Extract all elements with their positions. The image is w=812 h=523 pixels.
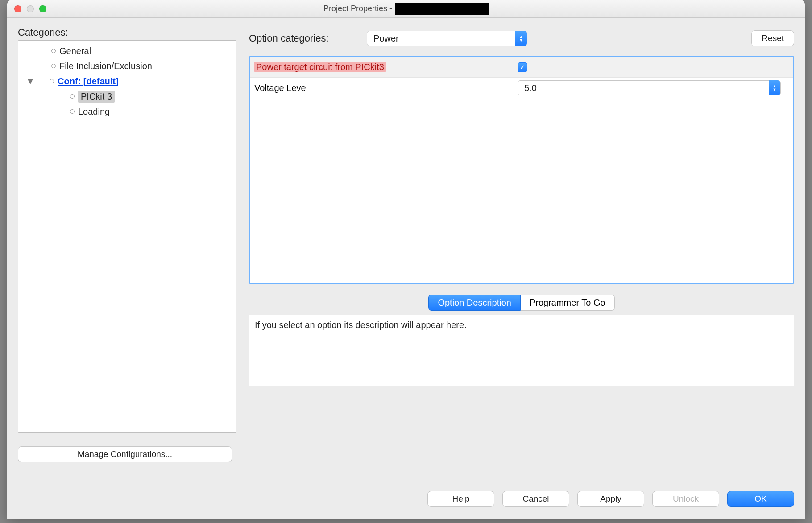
- categories-label: Categories:: [18, 27, 236, 38]
- bullet-icon: [70, 94, 75, 99]
- updown-icon: ▲▼: [769, 80, 780, 95]
- voltage-level-select[interactable]: 5.0 ▲▼: [518, 80, 781, 95]
- option-categories-select[interactable]: Power ▲▼: [367, 31, 527, 46]
- categories-tree[interactable]: General File Inclusion/Exclusion ▼ Conf:…: [18, 40, 236, 433]
- titlebar[interactable]: Project Properties -: [7, 0, 805, 18]
- option-row-power-target[interactable]: Power target circuit from PICkit3 ✓: [250, 57, 793, 78]
- reset-button[interactable]: Reset: [751, 30, 794, 46]
- project-properties-window: Project Properties - Categories: General…: [7, 0, 805, 519]
- dialog-footer: Help Cancel Apply Unlock OK: [18, 479, 794, 519]
- bullet-icon: [70, 109, 75, 114]
- window-title: Project Properties -: [7, 3, 805, 15]
- bullet-icon: [51, 64, 56, 68]
- tree-item-label: Conf: [default]: [58, 76, 119, 87]
- tree-item-label: PICkit 3: [78, 91, 115, 103]
- description-tabs: Option Description Programmer To Go: [249, 295, 794, 311]
- redacted-title-segment: [395, 3, 489, 15]
- power-target-checkbox[interactable]: ✓: [518, 62, 527, 72]
- ok-button[interactable]: OK: [727, 491, 794, 507]
- option-description-text: If you select an option its description …: [249, 315, 794, 386]
- tree-item-label: General: [59, 46, 91, 56]
- tree-item-file-inclusion[interactable]: File Inclusion/Exclusion: [18, 58, 236, 74]
- tab-option-description[interactable]: Option Description: [428, 295, 521, 311]
- tree-item-label: Loading: [78, 107, 110, 117]
- tree-item-conf-default[interactable]: ▼ Conf: [default]: [18, 74, 236, 89]
- tree-item-label: File Inclusion/Exclusion: [59, 61, 152, 71]
- options-panel: Power target circuit from PICkit3 ✓ Volt…: [249, 56, 794, 284]
- option-categories-label: Option categories:: [249, 33, 356, 44]
- select-value: Power: [373, 33, 399, 44]
- bullet-icon: [51, 49, 56, 53]
- updown-icon: ▲▼: [515, 31, 527, 46]
- select-value: 5.0: [524, 83, 537, 93]
- tab-programmer-to-go[interactable]: Programmer To Go: [521, 295, 615, 311]
- cancel-button[interactable]: Cancel: [502, 491, 569, 507]
- tree-item-general[interactable]: General: [18, 43, 236, 58]
- disclosure-triangle-icon[interactable]: ▼: [26, 76, 34, 87]
- manage-configurations-button[interactable]: Manage Configurations...: [18, 446, 232, 462]
- option-label: Voltage Level: [254, 83, 518, 93]
- apply-button[interactable]: Apply: [577, 491, 644, 507]
- tree-item-loading[interactable]: Loading: [18, 104, 236, 119]
- bullet-icon: [50, 79, 54, 83]
- option-label: Power target circuit from PICkit3: [254, 62, 386, 72]
- tree-item-pickit3[interactable]: PICkit 3: [18, 89, 236, 104]
- option-row-voltage-level[interactable]: Voltage Level 5.0 ▲▼: [250, 78, 793, 98]
- unlock-button[interactable]: Unlock: [652, 491, 719, 507]
- help-button[interactable]: Help: [427, 491, 494, 507]
